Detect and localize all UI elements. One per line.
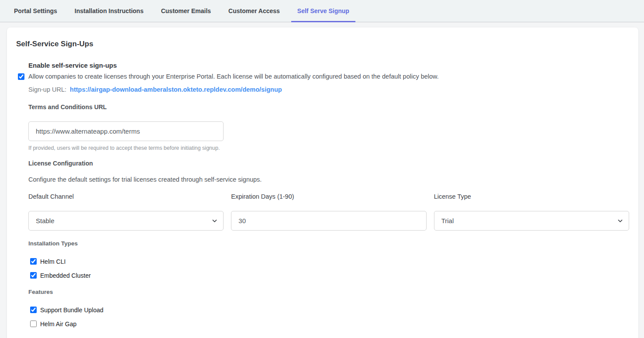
installation-type-row: Embedded Cluster	[30, 272, 629, 279]
license-type-select[interactable]: Trial	[434, 211, 629, 231]
terms-url-label: Terms and Conditions URL	[28, 103, 629, 110]
tab-portal-settings[interactable]: Portal Settings	[8, 0, 63, 22]
signup-url-link[interactable]: https://airgap-download-amberalston.okte…	[70, 86, 282, 93]
self-service-signups-card: Self-Service Sign-Ups Enable self-servic…	[7, 28, 638, 338]
support-bundle-upload-checkbox[interactable]	[30, 307, 37, 313]
enable-signups-heading: Enable self-service sign-ups	[28, 62, 629, 69]
page-title: Self-Service Sign-Ups	[16, 40, 629, 48]
tab-customer-emails[interactable]: Customer Emails	[155, 0, 217, 22]
feature-row: Support Bundle Upload	[30, 307, 629, 313]
signup-url-label: Sign-up URL:	[28, 86, 66, 93]
default-channel-label: Default Channel	[28, 193, 224, 200]
helm-cli-label: Helm CLI	[40, 258, 65, 265]
tab-installation-instructions[interactable]: Installation Instructions	[69, 0, 150, 22]
enable-signups-description: Allow companies to create licenses throu…	[28, 73, 439, 80]
support-bundle-upload-label: Support Bundle Upload	[40, 307, 103, 314]
license-config-grid: Default Channel Stable Expiration Days (…	[28, 193, 629, 231]
expiration-days-label: Expiration Days (1-90)	[231, 193, 426, 200]
tab-customer-access[interactable]: Customer Access	[222, 0, 286, 22]
feature-row: Helm Air Gap	[30, 321, 629, 327]
settings-tab-bar: Portal Settings Installation Instruction…	[0, 0, 644, 22]
tab-self-serve-signup[interactable]: Self Serve Signup	[291, 0, 355, 22]
terms-url-input[interactable]	[28, 121, 224, 141]
terms-url-help-text: If provided, users will be required to a…	[28, 145, 629, 151]
features-heading: Features	[28, 289, 629, 295]
license-configuration-description: Configure the default settings for trial…	[28, 176, 629, 183]
enable-signups-row: Allow companies to create licenses throu…	[18, 73, 629, 80]
installation-type-row: Helm CLI	[30, 258, 629, 265]
default-channel-select[interactable]: Stable	[28, 211, 224, 231]
helm-cli-checkbox[interactable]	[30, 258, 37, 265]
embedded-cluster-checkbox[interactable]	[30, 272, 37, 279]
helm-air-gap-label: Helm Air Gap	[40, 321, 76, 328]
enable-signups-checkbox[interactable]	[18, 73, 24, 80]
license-type-label: License Type	[434, 193, 629, 200]
signup-url-row: Sign-up URL: https://airgap-download-amb…	[28, 86, 629, 93]
expiration-days-input[interactable]	[231, 211, 426, 231]
license-configuration-heading: License Configuration	[28, 160, 629, 167]
embedded-cluster-label: Embedded Cluster	[40, 272, 91, 279]
helm-air-gap-checkbox[interactable]	[30, 321, 37, 327]
installation-types-heading: Installation Types	[28, 240, 629, 247]
default-channel-field: Default Channel Stable	[28, 193, 224, 231]
expiration-days-field: Expiration Days (1-90)	[231, 193, 426, 231]
license-type-field: License Type Trial	[434, 193, 629, 231]
